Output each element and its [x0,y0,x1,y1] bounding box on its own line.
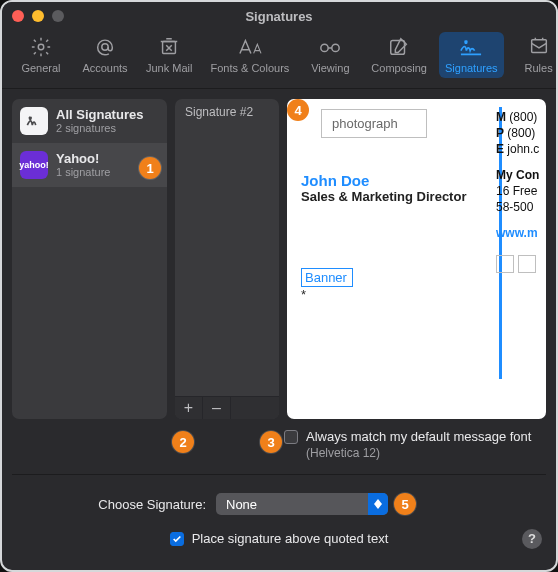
tab-junk-mail[interactable]: Junk Mail [140,32,198,78]
svg-point-4 [332,44,339,51]
callout-badge-3: 3 [260,431,282,453]
choose-signature-row: Choose Signature: None 5 [2,493,556,521]
window-controls [12,10,64,22]
select-stepper-icon [368,493,388,515]
svg-rect-6 [531,40,546,53]
minimize-window-button[interactable] [32,10,44,22]
typography-icon [237,36,263,58]
match-font-label: Always match my default message font [306,429,531,444]
zoom-window-button[interactable] [52,10,64,22]
photo-placeholder: photograph [321,109,427,138]
signature-preview: 4 photograph M (800) P (800) E john.c My… [287,99,546,419]
tab-label: Signatures [445,62,498,74]
signature-item[interactable]: Signature #2 [175,99,279,125]
close-window-button[interactable] [12,10,24,22]
content-area: All Signatures 2 signatures yahoo! Yahoo… [2,89,556,429]
gear-icon [30,36,52,58]
tab-label: General [21,62,60,74]
svg-point-0 [38,44,44,50]
tab-signatures[interactable]: Signatures [439,32,504,78]
accounts-column: All Signatures 2 signatures yahoo! Yahoo… [12,99,167,419]
account-yahoo[interactable]: yahoo! Yahoo! 1 signature 1 [12,143,167,187]
titlebar: Signatures [2,2,556,30]
choose-signature-label: Choose Signature: [12,497,206,512]
tab-general[interactable]: General [12,32,70,78]
rules-icon [528,36,550,58]
choose-signature-select[interactable]: None [216,493,388,515]
tab-label: Accounts [82,62,127,74]
tab-label: Viewing [311,62,349,74]
preview-banner: Banner [301,268,353,287]
signature-list-tools: + – [175,396,279,419]
preferences-tabs: General Accounts Junk Mail Fonts & Colou… [2,30,556,89]
signatures-column: Signature #2 + – [175,99,279,419]
tab-composing[interactable]: Composing [365,32,433,78]
callout-badge-5: 5 [394,493,416,515]
tab-accounts[interactable]: Accounts [76,32,134,78]
signature-glyph-icon [20,107,48,135]
account-sub: 2 signatures [56,122,143,134]
tab-label: Junk Mail [146,62,192,74]
help-button[interactable]: ? [522,529,542,549]
place-above-checkbox[interactable] [170,532,184,546]
trash-icon [158,36,180,58]
window-title: Signatures [2,9,556,24]
tab-rules[interactable]: Rules [510,32,558,78]
account-all-signatures[interactable]: All Signatures 2 signatures [12,99,167,143]
account-title: All Signatures [56,108,143,122]
choose-signature-value: None [226,497,257,512]
remove-signature-button[interactable]: – [203,397,231,419]
signature-icon [458,36,484,58]
yahoo-icon: yahoo! [20,151,48,179]
social-icon-placeholder [518,255,536,273]
tab-viewing[interactable]: Viewing [301,32,359,78]
match-font-checkbox[interactable] [284,430,298,444]
preview-contact-block: M (800) P (800) E john.c My Con 16 Free … [496,109,540,277]
tab-label: Rules [525,62,553,74]
tab-label: Fonts & Colours [210,62,289,74]
callout-badge-1: 1 [139,157,161,179]
social-icon-placeholder [496,255,514,273]
tab-fonts-colours[interactable]: Fonts & Colours [204,32,295,78]
account-title: Yahoo! [56,152,110,166]
glasses-icon [317,36,343,58]
preferences-window: Signatures General Accounts Junk Mail Fo… [0,0,558,572]
compose-icon [388,36,410,58]
callout-badge-4: 4 [287,99,309,121]
account-sub: 1 signature [56,166,110,178]
tab-label: Composing [371,62,427,74]
svg-point-3 [321,44,328,51]
place-signature-row: Place signature above quoted text ? [2,521,556,546]
at-icon [94,36,116,58]
under-columns: 2 3 Always match my default message font… [2,429,556,493]
callout-badge-2: 2 [172,431,194,453]
separator [12,474,546,475]
add-signature-button[interactable]: + [175,397,203,419]
place-above-label: Place signature above quoted text [192,531,389,546]
svg-point-1 [102,44,108,50]
match-font-hint: (Helvetica 12) [306,446,380,460]
